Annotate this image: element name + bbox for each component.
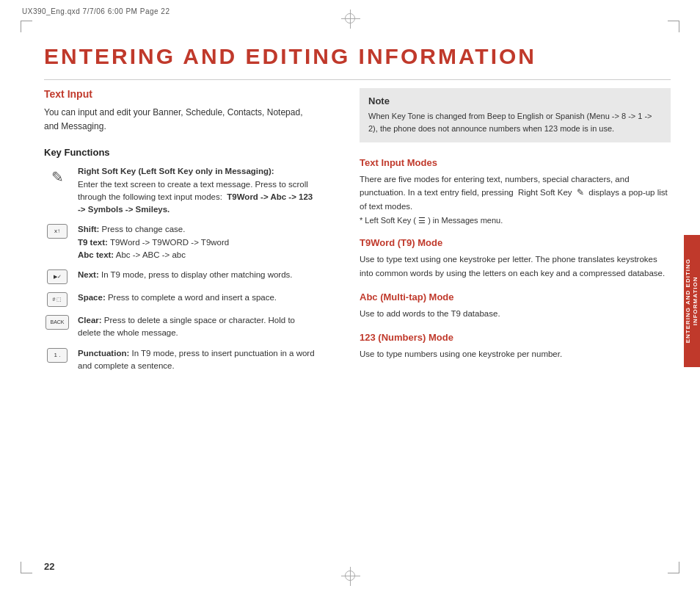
corner-mark-tlv [21, 21, 21, 32]
text-input-heading: Text Input [44, 88, 316, 100]
key-item-space: # ⬚ Space: Press to complete a word and … [44, 291, 316, 307]
clear-icon: BACK [44, 315, 70, 330]
left-column: Text Input You can input and edit your B… [44, 88, 316, 380]
sidebar-tab: ENTERING AND EDITINGINFORMATION [684, 235, 700, 367]
corner-mark-br [668, 573, 679, 573]
note-title: Note [368, 95, 662, 106]
key-text-space: Space: Press to complete a word and inse… [78, 291, 316, 304]
key-text-shift: Shift: Press to change case. T9 text: T9… [78, 223, 316, 261]
next-icon: ▶✓ [44, 269, 70, 284]
title-divider [44, 79, 671, 80]
file-label: UX390_Eng.qxd 7/7/06 6:00 PM Page 22 [22, 7, 169, 15]
page-container: UX390_Eng.qxd 7/7/06 6:00 PM Page 22 ENT… [0, 0, 700, 594]
corner-mark-tr [668, 21, 679, 21]
note-box: Note When Key Tone is changed from Beep … [360, 88, 671, 142]
abc-body: Use to add words to the T9 database. [360, 307, 671, 320]
numbers-body: Use to type numbers using one keystroke … [360, 347, 671, 361]
text-input-modes-heading: Text Input Modes [360, 157, 671, 168]
key-item-punctuation: 1 . Punctuation: In T9 mode, press to in… [44, 347, 316, 373]
corner-mark-blv [21, 562, 21, 573]
space-icon: # ⬚ [44, 292, 70, 307]
corner-mark-tl [21, 21, 32, 21]
corner-mark-brv [679, 562, 679, 573]
key-item-next: ▶✓ Next: In T9 mode, press to display ot… [44, 269, 316, 284]
key-text-clear: Clear: Press to delete a single space or… [78, 314, 316, 340]
key-text-next: Next: In T9 mode, press to display other… [78, 269, 316, 281]
shift-icon: x↑ [44, 224, 70, 239]
key-functions-heading: Key Functions [44, 147, 316, 158]
page-title: ENTERING AND EDITING INFORMATION [44, 44, 671, 69]
abc-heading: Abc (Multi-tap) Mode [360, 291, 671, 303]
key-item-clear: BACK Clear: Press to delete a single spa… [44, 314, 316, 340]
text-input-modes-body: There are five modes for entering text, … [360, 173, 671, 213]
corner-mark-bl [21, 573, 32, 573]
t9word-heading: T9Word (T9) Mode [360, 237, 671, 248]
center-bottom-mark [345, 571, 355, 581]
key-list: ✎ Right Soft Key (Left Soft Key only in … [44, 165, 316, 372]
key-item-softkey: ✎ Right Soft Key (Left Soft Key only in … [44, 165, 316, 216]
text-input-body: You can input and edit your Banner, Sche… [44, 106, 316, 134]
punctuation-icon: 1 . [44, 348, 70, 363]
page-number: 22 [44, 561, 54, 572]
numbers-heading: 123 (Numbers) Mode [360, 332, 671, 343]
sidebar-tab-text: ENTERING AND EDITINGINFORMATION [685, 258, 699, 343]
key-item-shift: x↑ Shift: Press to change case. T9 text:… [44, 223, 316, 261]
pencil-icon: ✎ [44, 166, 70, 188]
key-text-punctuation: Punctuation: In T9 mode, press to insert… [78, 347, 316, 373]
t9word-body: Use to type text using one keystroke per… [360, 253, 671, 280]
asterisk-note: * Left Soft Key ( ☰ ) in Messages menu. [360, 216, 671, 225]
note-body: When Key Tone is changed from Beep to En… [368, 110, 662, 135]
corner-mark-trv [679, 21, 679, 32]
center-top-mark [345, 13, 355, 23]
key-text-softkey: Right Soft Key (Left Soft Key only in Me… [78, 165, 316, 216]
right-column: Note When Key Tone is changed from Beep … [360, 88, 671, 361]
